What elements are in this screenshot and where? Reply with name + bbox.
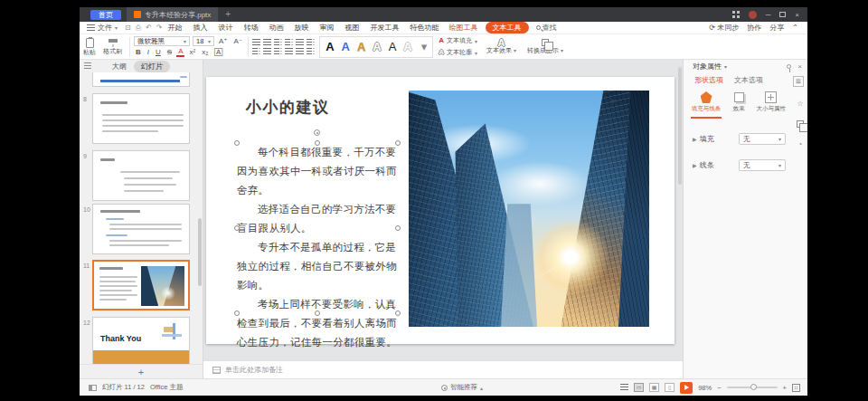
fill-select[interactable]: 无 ▾ bbox=[739, 133, 786, 145]
align-right-icon[interactable] bbox=[274, 48, 282, 55]
share-button[interactable]: 分享 bbox=[769, 23, 784, 33]
apps-grid-icon[interactable] bbox=[732, 11, 740, 18]
slide-image-skyscrapers[interactable]: ✈ bbox=[409, 91, 649, 327]
new-tab-button[interactable]: + bbox=[225, 10, 231, 19]
undo-icon[interactable]: ↶ bbox=[146, 24, 152, 33]
zoom-in-button[interactable]: + bbox=[783, 384, 787, 392]
fill-line-subtab[interactable]: 填充与线条 bbox=[691, 91, 722, 119]
smart-recommend-button[interactable]: 智能推荐 ▴ bbox=[441, 383, 483, 392]
gallery-more-icon[interactable]: ▾ bbox=[421, 41, 428, 53]
resize-handle-s[interactable] bbox=[315, 310, 320, 316]
resize-handle-sw[interactable] bbox=[234, 310, 240, 316]
print-icon[interactable]: ⎙ bbox=[136, 24, 141, 33]
zoom-out-button[interactable]: − bbox=[717, 384, 721, 392]
line-select[interactable]: 无 ▾ bbox=[739, 159, 786, 171]
increase-indent-icon[interactable] bbox=[285, 39, 293, 46]
text-direction-icon[interactable] bbox=[307, 39, 315, 46]
decrease-font-button[interactable]: A⁻ bbox=[232, 37, 245, 46]
strikethrough-button[interactable]: S bbox=[165, 48, 174, 57]
tab-drawing-tools[interactable]: 绘图工具 bbox=[445, 23, 483, 33]
paste-button[interactable]: 粘贴 bbox=[80, 38, 99, 56]
superscript-button[interactable]: x² bbox=[187, 48, 197, 57]
text-options-tab[interactable]: 文本选项 bbox=[734, 75, 763, 85]
subscript-button[interactable]: x₂ bbox=[200, 48, 210, 57]
redo-icon[interactable]: ↷ bbox=[156, 24, 163, 33]
home-tab[interactable]: 首页 bbox=[90, 10, 121, 20]
reading-view-button[interactable]: ▯ bbox=[665, 383, 675, 392]
collapse-ribbon-icon[interactable]: ⌃ bbox=[792, 24, 798, 32]
tab-insert[interactable]: 插入 bbox=[188, 23, 213, 33]
thumbnail-slide-10[interactable] bbox=[92, 204, 190, 254]
user-avatar[interactable] bbox=[749, 11, 757, 19]
canvas-scrollbar[interactable] bbox=[678, 67, 682, 185]
text-fill-button[interactable]: A 文本填充 ▾ bbox=[439, 36, 477, 45]
collaborate-button[interactable]: 协作 bbox=[747, 23, 761, 33]
align-left-icon[interactable] bbox=[252, 48, 260, 55]
resize-handle-n[interactable] bbox=[315, 140, 320, 146]
wordart-preset-5[interactable]: A bbox=[389, 41, 397, 53]
tab-text-tools-active[interactable]: 文本工具 bbox=[486, 22, 529, 33]
find-button[interactable]: 查找 bbox=[536, 23, 557, 33]
selected-textbox[interactable]: 每个科目都很重要，千万不要因为喜欢其中一科或者讨厌一科而舍弃。 选择适合自己的学… bbox=[237, 143, 398, 313]
save-icon[interactable]: ⊡ bbox=[125, 24, 131, 33]
thumbnail-slide-11-selected[interactable] bbox=[92, 260, 190, 310]
slides-tab-active[interactable]: 幻灯片 bbox=[134, 61, 170, 72]
resize-handle-nw[interactable] bbox=[234, 140, 240, 146]
expand-triangle-icon[interactable]: ▶ bbox=[693, 136, 697, 142]
panel-menu-icon[interactable] bbox=[84, 62, 91, 69]
zoom-slider-thumb[interactable] bbox=[750, 384, 757, 390]
add-slide-button[interactable]: + bbox=[80, 364, 203, 378]
layers-icon[interactable] bbox=[797, 120, 804, 128]
thumbnail-slide-7-partial[interactable] bbox=[92, 72, 190, 87]
play-slideshow-button[interactable] bbox=[680, 382, 693, 394]
current-slide[interactable]: 小小的建议 每个科目都很重要，千万不要因为喜欢其中一科或者讨厌一科而舍弃。 选择… bbox=[206, 77, 675, 344]
notes-toggle-icon[interactable] bbox=[620, 384, 628, 391]
wordart-preset-1[interactable]: A bbox=[326, 41, 334, 53]
numbering-icon[interactable] bbox=[263, 39, 271, 46]
tab-transition[interactable]: 转场 bbox=[239, 23, 264, 33]
tab-animation[interactable]: 动画 bbox=[264, 23, 289, 33]
resize-handle-se[interactable] bbox=[395, 310, 401, 316]
underline-button[interactable]: U bbox=[154, 48, 163, 57]
thumbnail-slide-8[interactable] bbox=[92, 93, 190, 144]
columns-icon[interactable] bbox=[296, 48, 304, 55]
slide-title[interactable]: 小小的建议 bbox=[246, 97, 330, 118]
convert-to-diagram-button[interactable]: 转换成图示 ▾ bbox=[524, 39, 567, 54]
tab-home[interactable]: 开始 bbox=[163, 23, 188, 33]
resize-handle-w[interactable] bbox=[234, 225, 240, 231]
panel-switcher-icon[interactable]: ☰ bbox=[793, 76, 804, 87]
maximize-button[interactable] bbox=[779, 12, 786, 17]
justify-icon[interactable] bbox=[285, 48, 293, 55]
panel-scrollbar[interactable] bbox=[198, 218, 202, 286]
outline-tab[interactable]: 大纲 bbox=[112, 62, 127, 72]
wordart-preset-6[interactable]: A bbox=[403, 41, 411, 53]
shape-options-tab[interactable]: 形状选项 bbox=[694, 75, 723, 85]
expand-triangle-icon[interactable]: ▶ bbox=[693, 162, 697, 168]
wordart-preset-3[interactable]: A bbox=[357, 41, 365, 53]
close-button[interactable]: × bbox=[795, 11, 799, 19]
tab-view[interactable]: 视图 bbox=[340, 23, 365, 33]
tab-design[interactable]: 设计 bbox=[213, 23, 239, 33]
notes-bar[interactable]: 单击此处添加备注 bbox=[203, 360, 683, 378]
document-tab[interactable]: 专升本经验分享.pptx bbox=[127, 7, 218, 22]
bold-button[interactable]: B bbox=[134, 48, 143, 57]
zoom-slider[interactable] bbox=[727, 387, 778, 388]
font-name-select[interactable]: 微软雅黑 ▾ bbox=[134, 36, 190, 46]
align-center-icon[interactable] bbox=[263, 48, 271, 55]
font-color-button[interactable]: A bbox=[176, 48, 184, 57]
align-text-icon[interactable] bbox=[307, 48, 315, 55]
italic-button[interactable]: I bbox=[146, 48, 151, 57]
resize-handle-e[interactable] bbox=[395, 225, 401, 231]
text-outline-button[interactable]: A 文本轮廓 ▾ bbox=[439, 48, 477, 57]
zoom-level[interactable]: 98% bbox=[698, 384, 712, 392]
close-panel-icon[interactable]: × bbox=[797, 62, 802, 71]
tab-features[interactable]: 特色功能 bbox=[405, 23, 445, 33]
fit-to-window-icon[interactable] bbox=[792, 384, 800, 392]
bullets-icon[interactable] bbox=[252, 39, 260, 46]
increase-font-button[interactable]: A⁺ bbox=[217, 37, 230, 46]
chevron-down-icon[interactable]: ▾ bbox=[724, 63, 727, 70]
slide-sorter-view-button[interactable]: ▦ bbox=[649, 383, 659, 392]
wordart-preset-2[interactable]: A bbox=[342, 41, 350, 53]
file-menu[interactable]: 文件 ▾ bbox=[87, 23, 118, 33]
size-properties-subtab[interactable]: 大小与属性 bbox=[757, 91, 787, 119]
